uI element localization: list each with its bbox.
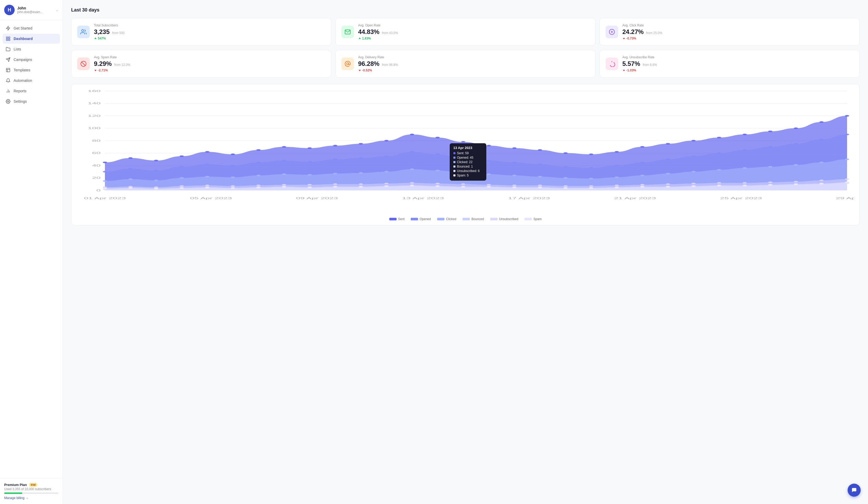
svg-point-132 xyxy=(845,158,849,160)
stat-card-avg-spam-rate: Avg. Spam Rate 9.29% from 12.0% -2.71% xyxy=(71,50,331,78)
sidebar-item-lists[interactable]: Lists xyxy=(3,44,60,54)
svg-point-202 xyxy=(333,186,337,187)
avg-open-rate-value: 44.83% xyxy=(358,28,379,35)
avg-delivery-rate-from: from 96.8% xyxy=(382,63,398,67)
nav-label-lists: Lists xyxy=(13,47,21,51)
svg-point-130 xyxy=(794,164,798,166)
svg-point-127 xyxy=(717,169,721,171)
svg-point-53 xyxy=(359,143,363,145)
svg-text:17 Apr 2023: 17 Apr 2023 xyxy=(508,197,550,200)
legend-label: Spam xyxy=(534,217,541,221)
legend-item: Sent xyxy=(389,217,405,221)
svg-point-167 xyxy=(205,185,209,186)
svg-point-185 xyxy=(666,183,670,185)
chat-icon xyxy=(851,487,857,493)
svg-text:80: 80 xyxy=(92,139,101,142)
svg-point-113 xyxy=(359,172,363,174)
svg-text:60: 60 xyxy=(92,151,101,155)
svg-point-86 xyxy=(436,154,440,155)
svg-point-204 xyxy=(384,185,389,187)
legend-item: Opened xyxy=(411,217,431,221)
legend-item: Spam xyxy=(525,217,541,221)
sidebar-item-get-started[interactable]: Get Started xyxy=(3,23,60,33)
svg-point-59 xyxy=(512,147,516,149)
svg-point-96 xyxy=(691,155,695,157)
svg-point-90 xyxy=(538,164,542,165)
user-profile[interactable]: H John john.doe@exam... ⌄ xyxy=(0,0,63,20)
svg-point-208 xyxy=(487,186,491,187)
avg-click-rate-content: Avg. Click Rate 24.27% from 25.0% -0.73% xyxy=(622,23,854,40)
svg-point-74 xyxy=(128,168,133,169)
svg-point-92 xyxy=(589,167,593,169)
avg-spam-rate-value: 9.29% xyxy=(94,60,112,67)
legend-color xyxy=(389,218,396,220)
stat-card-avg-click-rate: Avg. Click Rate 24.27% from 25.0% -0.73% xyxy=(600,18,860,46)
svg-rect-5 xyxy=(6,68,10,72)
svg-point-194 xyxy=(128,187,133,189)
user-email: john.doe@exam... xyxy=(17,10,51,14)
svg-text:01 Apr 2023: 01 Apr 2023 xyxy=(84,197,126,200)
svg-point-179 xyxy=(512,185,516,186)
svg-point-186 xyxy=(691,183,695,184)
sidebar-item-templates[interactable]: Templates xyxy=(3,65,60,75)
sidebar-item-automation[interactable]: Automation xyxy=(3,75,60,85)
svg-point-201 xyxy=(308,186,312,188)
svg-point-171 xyxy=(308,184,312,186)
svg-point-9 xyxy=(8,101,9,102)
svg-point-125 xyxy=(666,173,670,174)
svg-text:120: 120 xyxy=(87,114,101,117)
nav-label-automation: Automation xyxy=(13,78,32,83)
svg-point-126 xyxy=(691,171,695,172)
avg-spam-rate-label: Avg. Spam Rate xyxy=(94,55,325,59)
svg-point-183 xyxy=(614,185,619,186)
manage-billing-link[interactable]: Manage billing → xyxy=(4,496,29,500)
sidebar-item-campaigns[interactable]: Campaigns xyxy=(3,55,60,65)
avg-spam-rate-content: Avg. Spam Rate 9.29% from 12.0% -2.71% xyxy=(94,55,325,72)
svg-point-51 xyxy=(308,147,312,149)
svg-text:40: 40 xyxy=(92,164,101,167)
svg-point-77 xyxy=(205,164,209,165)
avg-delivery-rate-value: 96.28% xyxy=(358,60,379,67)
svg-point-173 xyxy=(359,183,363,185)
total-subscribers-icon-box xyxy=(77,25,90,38)
legend-label: Opened xyxy=(420,217,431,221)
sidebar-item-settings[interactable]: Settings xyxy=(3,96,60,106)
svg-point-198 xyxy=(231,187,235,189)
svg-point-212 xyxy=(589,187,593,189)
svg-point-56 xyxy=(436,137,440,138)
svg-point-192 xyxy=(845,178,849,180)
svg-point-104 xyxy=(128,178,133,180)
svg-point-206 xyxy=(436,185,440,187)
svg-point-84 xyxy=(384,155,389,157)
svg-point-217 xyxy=(717,185,721,186)
avg-open-rate-label: Avg. Open Rate xyxy=(358,23,589,27)
chat-button[interactable] xyxy=(848,484,861,497)
svg-point-63 xyxy=(614,151,619,153)
sidebar-item-reports[interactable]: Reports xyxy=(3,86,60,96)
svg-point-89 xyxy=(512,161,516,163)
legend-color xyxy=(437,218,444,220)
user-name: John xyxy=(17,6,56,10)
svg-point-93 xyxy=(614,165,619,166)
svg-rect-3 xyxy=(6,39,8,41)
svg-point-116 xyxy=(436,170,440,171)
stats-grid: Total Subscribers 3,235 from 500 547% Av… xyxy=(71,18,860,78)
sidebar-item-dashboard[interactable]: Dashboard xyxy=(3,34,60,44)
user-info: John john.doe@exam... xyxy=(17,6,56,14)
avg-delivery-rate-label: Avg. Delivery Rate xyxy=(358,55,589,59)
legend-item: Clicked xyxy=(437,217,456,221)
svg-point-94 xyxy=(640,161,644,163)
svg-point-85 xyxy=(410,151,414,153)
svg-text:0: 0 xyxy=(96,189,101,192)
svg-point-97 xyxy=(717,153,721,154)
svg-point-128 xyxy=(743,167,747,169)
svg-point-70 xyxy=(794,128,798,129)
avg-click-rate-icon-box xyxy=(606,25,618,38)
svg-point-79 xyxy=(256,161,260,163)
svg-point-115 xyxy=(410,168,414,170)
avg-open-rate-icon-box xyxy=(341,25,354,38)
avg-unsubscribe-rate-icon-box xyxy=(606,57,618,70)
svg-point-95 xyxy=(666,158,670,160)
svg-text:05 Apr 2023: 05 Apr 2023 xyxy=(190,197,232,200)
svg-point-174 xyxy=(384,183,389,184)
